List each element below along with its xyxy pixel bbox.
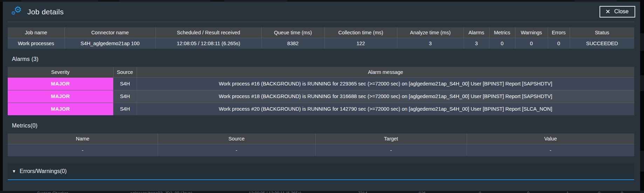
alarms-table: Severity Source Alarm message MAJOR S4H …	[8, 67, 634, 115]
job-details-dialog: ⚙⚙ Job details ✕ Close Job name Connecto…	[3, 2, 640, 191]
background-cell: 0	[611, 191, 632, 193]
cell-metrics: 0	[489, 38, 515, 49]
alarms-section-heading: Alarms (3)	[12, 56, 634, 62]
metric-target: -	[315, 144, 467, 156]
alarm-source: S4H	[113, 77, 137, 90]
col-header-analyze-time: Analyze time (ms)	[397, 27, 464, 38]
col-header-job-name: Job name	[8, 27, 64, 38]
cell-errors: 0	[548, 38, 570, 49]
cell-queue-time: 8382	[261, 38, 324, 49]
dialog-titlebar: ⚙⚙ Job details ✕ Close	[8, 2, 634, 22]
metric-value: -	[467, 144, 634, 156]
background-cell: System Checker	[0, 191, 105, 193]
background-cell: aglgescrubana03_JD2_00 (Java)	[105, 191, 217, 193]
col-header-errors: Errors	[548, 27, 570, 38]
col-header-metrics: Metrics	[489, 27, 515, 38]
col-header-collection-time: Collection time (ms)	[324, 27, 397, 38]
close-icon: ✕	[605, 9, 610, 15]
severity-badge: MAJOR	[8, 90, 113, 103]
background-cell: 12:08:05 / 12:08:11 (6.265s)	[217, 191, 333, 193]
cell-analyze-time: 3	[397, 38, 464, 49]
alarms-header-row: Severity Source Alarm message	[8, 67, 634, 77]
dialog-title: Job details	[27, 8, 64, 16]
alarm-row: MAJOR S4H Work process #20 (BACKGROUND) …	[8, 103, 634, 115]
close-button[interactable]: ✕ Close	[600, 6, 635, 18]
col-header-warnings: Warnings	[515, 27, 548, 38]
alarm-row: MAJOR S4H Work process #18 (BACKGROUND) …	[8, 90, 634, 103]
job-table-header-row: Job name Connector name Scheduled / Resu…	[8, 27, 634, 38]
alarm-message: Work process #20 (BACKGROUND) is RUNNING…	[137, 103, 634, 115]
background-cell: 0	[587, 191, 611, 193]
background-cell: 0	[452, 191, 508, 193]
cell-connector-name: S4H_aglgedemo21ap 100	[64, 38, 156, 49]
cell-alarms: 3	[464, 38, 489, 49]
col-header-target: Target	[315, 133, 467, 144]
col-header-status: Status	[570, 27, 634, 38]
background-cell: 826	[392, 191, 452, 193]
col-header-source: Source	[158, 133, 315, 144]
metrics-row: - - - -	[8, 144, 634, 156]
col-header-name: Name	[8, 133, 158, 144]
severity-badge: MAJOR	[8, 77, 113, 90]
alarm-message: Work process #18 (BACKGROUND) is RUNNING…	[137, 90, 634, 103]
col-header-source: Source	[113, 67, 137, 77]
cell-status: SUCCEEDED	[570, 38, 634, 49]
background-page-right-edge	[640, 0, 644, 193]
job-table-row: Work processes S4H_aglgedemo21ap 100 12:…	[8, 38, 634, 49]
close-button-label: Close	[614, 8, 629, 15]
metric-source: -	[158, 144, 315, 156]
cell-warnings: 0	[515, 38, 548, 49]
metrics-header-row: Name Source Target Value	[8, 133, 634, 144]
col-header-queue-time: Queue time (ms)	[261, 27, 324, 38]
chevron-down-icon[interactable]: ▼	[12, 169, 16, 174]
background-cell: 0	[508, 191, 548, 193]
background-cell: 1	[548, 191, 587, 193]
col-header-alarm-message: Alarm message	[137, 67, 634, 77]
col-header-severity: Severity	[8, 67, 113, 77]
background-cell: SUCCEEDED	[632, 191, 644, 193]
col-header-alarms: Alarms	[464, 27, 489, 38]
metrics-table: Name Source Target Value - - - -	[8, 133, 634, 156]
background-fragment	[640, 151, 644, 172]
alarm-row: MAJOR S4H Work process #16 (BACKGROUND) …	[8, 77, 634, 90]
errors-warnings-heading: Errors/Warnings(0)	[20, 168, 67, 174]
cell-job-name: Work processes	[8, 38, 64, 49]
background-table-row: System Checker aglgescrubana03_JD2_00 (J…	[0, 191, 644, 193]
metric-name: -	[8, 144, 158, 156]
alarm-source: S4H	[113, 90, 137, 103]
background-fragment	[640, 33, 644, 51]
gears-icon: ⚙⚙	[11, 6, 23, 18]
severity-badge: MAJOR	[8, 103, 113, 115]
errors-warnings-toggle[interactable]: ▼ Errors/Warnings(0)	[8, 163, 634, 180]
col-header-scheduled: Scheduled / Result received	[156, 27, 261, 38]
background-cell: 7314	[333, 191, 392, 193]
background-fragment	[640, 75, 644, 91]
alarm-source: S4H	[113, 103, 137, 115]
cell-collection-time: 122	[324, 38, 397, 49]
alarm-message: Work process #16 (BACKGROUND) is RUNNING…	[137, 77, 634, 90]
col-header-value: Value	[467, 133, 634, 144]
col-header-connector-name: Connector name	[64, 27, 156, 38]
job-summary-table: Job name Connector name Scheduled / Resu…	[8, 27, 634, 49]
metrics-section-heading: Metrics(0)	[12, 123, 634, 129]
background-page-bottom-edge: System Checker aglgescrubana03_JD2_00 (J…	[0, 191, 644, 193]
cell-scheduled: 12:08:05 / 12:08:11 (6.265s)	[156, 38, 261, 49]
